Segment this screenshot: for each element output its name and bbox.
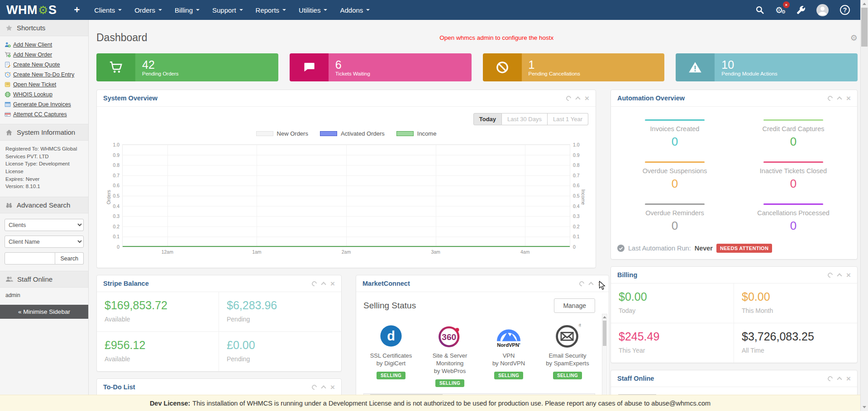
collapse-icon[interactable] [575, 96, 580, 101]
shortcut-add-new-client[interactable]: Add New Client [4, 40, 86, 50]
refresh-icon[interactable] [827, 375, 834, 382]
help-icon[interactable]: ? [840, 5, 850, 15]
close-icon[interactable]: × [330, 385, 335, 390]
menu-clients[interactable]: Clients [88, 0, 128, 20]
search-field-select[interactable]: Client Name [5, 236, 84, 248]
minimise-sidebar-button[interactable]: « Minimise Sidebar [0, 305, 88, 319]
close-icon[interactable]: × [846, 96, 851, 101]
collapse-icon[interactable] [837, 273, 842, 278]
automation-credit-card-captures: Credit Card Captures 0 [734, 119, 853, 149]
stat-value: 6 [335, 58, 465, 71]
svg-text:360: 360 [442, 332, 456, 342]
close-icon[interactable]: × [330, 281, 335, 286]
collapse-icon[interactable] [837, 377, 842, 382]
menu-reports[interactable]: Reports [249, 0, 293, 20]
system-overview-chart: Orders Income 1.0 0.9 [104, 142, 588, 261]
range-30days-button[interactable]: Last 30 Days [502, 113, 548, 125]
money-label: This Month [742, 307, 849, 314]
add-order-icon [5, 52, 11, 58]
refresh-icon[interactable] [827, 271, 834, 278]
marketconnect-vertical-scrollbar[interactable] [602, 314, 607, 401]
y-tick: 0.6 [573, 183, 580, 188]
shortcut-label[interactable]: Create New To-Do Entry [13, 71, 74, 78]
stat-card-pending-orders[interactable]: 42 Pending Orders [96, 53, 278, 81]
close-icon[interactable]: × [585, 96, 589, 101]
money-value: $3,726,083.25 [742, 330, 849, 343]
legend-activated-orders: Activated Orders [320, 130, 385, 137]
shortcut-label[interactable]: Attempt CC Captures [13, 111, 67, 118]
money-value: $0.00 [742, 290, 849, 303]
chart-legend: New Orders Activated Orders Income [104, 130, 588, 137]
automation-label: Inactive Tickets Closed [734, 167, 853, 175]
range-today-button[interactable]: Today [473, 113, 502, 125]
menu-utilities[interactable]: Utilities [292, 0, 334, 20]
panel-title: Staff Online [617, 375, 654, 382]
y-tick: 0.6 [113, 183, 119, 188]
refresh-icon[interactable] [827, 94, 834, 101]
scroll-up-arrow[interactable] [602, 314, 607, 320]
close-icon[interactable]: × [846, 273, 851, 278]
y-axis-label-income: Income [581, 189, 586, 205]
product-email-security[interactable]: ® Email Securityby SpamExperts SELLING [540, 320, 595, 387]
wrench-icon[interactable] [797, 6, 805, 14]
close-icon[interactable]: × [846, 376, 851, 381]
stat-card-tickets-waiting[interactable]: 6 Tickets Waiting [290, 53, 472, 81]
shortcut-label[interactable]: Add New Client [13, 42, 52, 48]
scroll-thumb[interactable] [861, 8, 868, 47]
user-avatar-icon[interactable] [816, 4, 829, 16]
page-scrollbar[interactable] [860, 0, 868, 411]
manage-button[interactable]: Manage [554, 298, 595, 313]
scroll-up-arrow[interactable] [861, 0, 868, 8]
scroll-thumb[interactable] [603, 321, 606, 346]
menu-support[interactable]: Support [206, 0, 249, 20]
search-input[interactable] [5, 252, 55, 265]
shortcut-attempt-cc-captures[interactable]: Attempt CC Captures [4, 109, 86, 119]
menu-billing[interactable]: Billing [168, 0, 206, 20]
collapse-icon[interactable] [321, 282, 326, 287]
shortcut-label[interactable]: Create New Quote [13, 61, 60, 68]
shortcut-create-new-todo[interactable]: Create New To-Do Entry [4, 70, 86, 80]
refresh-icon[interactable] [578, 280, 585, 287]
shortcut-add-new-order[interactable]: Add New Order [4, 50, 86, 60]
menu-addons[interactable]: Addons [334, 0, 376, 20]
product-vpn[interactable]: NordVPN' VPNby NordVPN SELLING [481, 320, 536, 387]
refresh-icon[interactable] [565, 94, 572, 101]
shortcut-generate-due-invoices[interactable]: Generate Due Invoices [4, 99, 86, 109]
chevron-down-icon [196, 9, 200, 11]
range-1year-button[interactable]: Last 1 Year [548, 113, 588, 125]
quick-add-button[interactable]: + [66, 4, 88, 16]
scroll-down-arrow[interactable] [861, 403, 868, 411]
gridline [257, 145, 257, 247]
collapse-icon[interactable] [837, 96, 842, 101]
ticket-icon [5, 81, 11, 88]
product-site-server-monitoring[interactable]: 360 Site & Server Monitoringby WebPros S… [422, 320, 477, 387]
menu-orders[interactable]: Orders [128, 0, 168, 20]
stat-card-pending-module-actions[interactable]: 10 Pending Module Actions [676, 53, 858, 81]
svg-text:NordVPN': NordVPN' [497, 342, 520, 348]
product-ssl-certificates[interactable]: d SSL Certificatesby DigiCert SELLING [363, 320, 419, 387]
collapse-icon[interactable] [588, 282, 593, 287]
refresh-icon[interactable] [311, 280, 318, 287]
shortcut-label[interactable]: WHOIS Lookup [13, 91, 52, 98]
y-tick: 0.2 [113, 224, 119, 229]
chevron-down-icon [366, 9, 370, 11]
shortcut-open-new-ticket[interactable]: Open New Ticket [4, 80, 86, 90]
whmcs-logo[interactable]: WHM⚙S [6, 3, 57, 17]
y-tick: 0.4 [113, 203, 119, 209]
shortcut-create-new-quote[interactable]: Create New Quote [4, 60, 86, 70]
search-button[interactable]: Search [55, 252, 84, 265]
dashboard-settings-gear-icon[interactable]: ⚙ [846, 33, 858, 43]
shortcut-label[interactable]: Add New Order [13, 52, 52, 58]
shortcut-whois-lookup[interactable]: WHOIS Lookup [4, 90, 86, 99]
refresh-icon[interactable] [311, 383, 318, 390]
search-type-select[interactable]: Clients [5, 219, 84, 231]
system-health-gears-icon[interactable]: ⚙ ⚙ × [775, 5, 786, 15]
shortcut-label[interactable]: Generate Due Invoices [13, 101, 71, 108]
y-tick: 0.9 [113, 152, 119, 158]
shortcut-label[interactable]: Open New Ticket [13, 81, 56, 88]
close-icon[interactable]: × [598, 281, 602, 286]
money-value: $169,853.72 [105, 299, 211, 312]
stat-card-pending-cancellations[interactable]: 1 Pending Cancellations [483, 53, 665, 81]
search-icon[interactable] [756, 6, 764, 14]
collapse-icon[interactable] [321, 385, 326, 390]
